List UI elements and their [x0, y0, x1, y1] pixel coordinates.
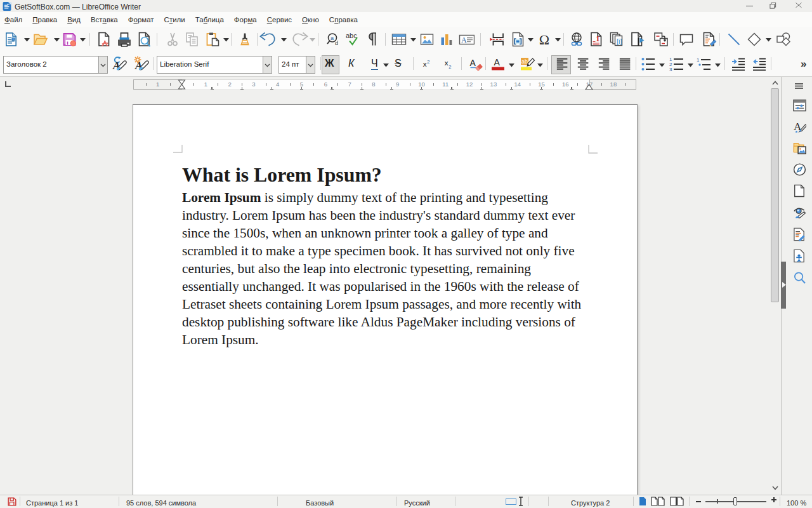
- svg-text:1: 1: [697, 57, 700, 63]
- svg-text:a: a: [331, 35, 334, 41]
- svg-text:3: 3: [669, 67, 672, 72]
- svg-text:d: d: [335, 40, 338, 46]
- svg-text:x: x: [445, 58, 449, 67]
- svg-text:2: 2: [427, 59, 429, 65]
- svg-text:A: A: [461, 36, 467, 44]
- svg-text:A: A: [470, 58, 476, 68]
- svg-text:A: A: [494, 57, 501, 67]
- svg-text:ab: ab: [521, 58, 528, 65]
- svg-text:abc: abc: [346, 32, 357, 39]
- svg-text:1: 1: [596, 34, 600, 43]
- svg-text:[i]: [i]: [617, 37, 622, 45]
- svg-text:Ω: Ω: [539, 32, 549, 47]
- svg-text:2: 2: [449, 64, 451, 70]
- svg-text:x: x: [423, 60, 427, 68]
